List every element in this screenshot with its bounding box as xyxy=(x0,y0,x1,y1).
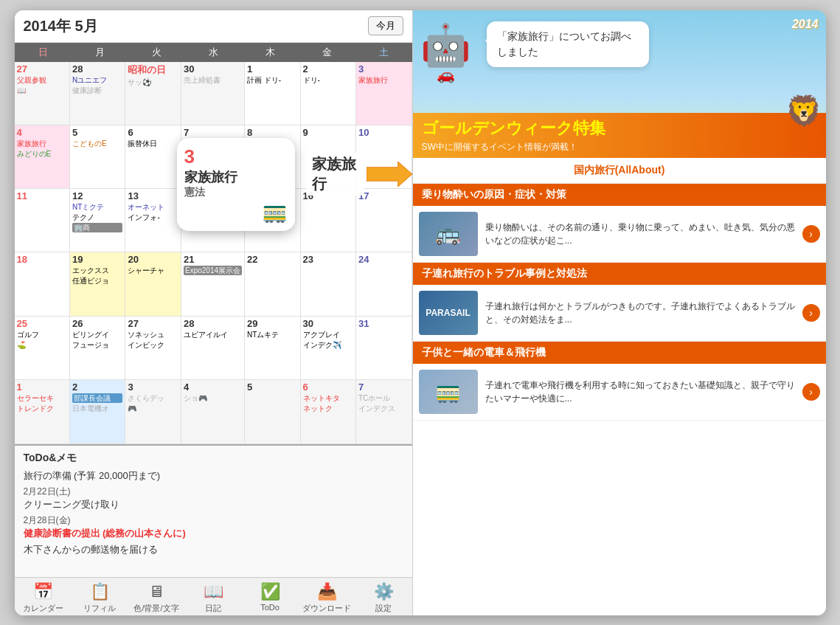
color-icon: 🖥 xyxy=(148,582,164,601)
floating-card-icon: 🚃 xyxy=(184,199,288,224)
todo-date-1: 2月22日(土) xyxy=(24,486,403,498)
table-row[interactable]: 25ゴルフ⛳ xyxy=(15,317,70,380)
article-thumb-3: 🚃 xyxy=(419,370,478,414)
table-row[interactable]: 3さくらデッ🎮 xyxy=(125,380,181,443)
article-row-3[interactable]: 🚃 子連れで電車や飛行機を利用する時に知っておきたい基礎知識と、親子で守りたいマ… xyxy=(413,364,826,421)
floating-event-card[interactable]: 3 家族旅行 憲法 🚃 xyxy=(177,138,295,231)
list-item[interactable]: 健康診断書の提出 (総務の山本さんに) xyxy=(24,527,403,540)
table-row[interactable]: 7TCホールインデクス xyxy=(356,380,412,443)
nav-item-diary[interactable]: 📖 日記 xyxy=(185,582,242,614)
bottom-nav: 📅 カレンダー 📋 リフィル 🖥 色/背景/文字 📖 日記 ✅ ToDo 📥 xyxy=(15,577,412,615)
table-row[interactable]: 31 xyxy=(356,317,412,380)
table-row[interactable]: 13オーネットインフォ- xyxy=(125,189,181,252)
table-row[interactable]: 26ビリングイフュージョ xyxy=(70,317,126,380)
year-badge: 2014 xyxy=(792,18,819,31)
nav-label-diary: 日記 xyxy=(205,603,221,614)
article-arrow-3[interactable]: › xyxy=(802,383,820,401)
download-icon: 📥 xyxy=(317,582,337,601)
article-text-2: 子連れ旅行は何かとトラブルがつきものです。子連れ旅行でよくあるトラブルと、その対… xyxy=(485,300,798,326)
calendar-header: 2014年 5月 今月 xyxy=(15,10,412,43)
arrow-icon xyxy=(367,158,412,190)
nav-item-todo[interactable]: ✅ ToDo xyxy=(242,582,299,614)
table-row[interactable]: 24 xyxy=(356,252,412,316)
table-row[interactable]: 29NTムキテ xyxy=(245,317,301,380)
table-row[interactable]: 5 xyxy=(245,380,301,443)
top-banner: 🤖 🚗 「家族旅行」についてお調べしました ゴールデンウィーク特集 SW中に開催… xyxy=(413,10,826,158)
calendar-title: 2014年 5月 xyxy=(24,16,98,36)
table-row[interactable]: 27父親参観📖 xyxy=(15,62,70,125)
nav-item-calendar[interactable]: 📅 カレンダー xyxy=(15,582,72,614)
list-item[interactable]: 旅行の準備 (予算 20,000円まで) xyxy=(24,469,403,483)
table-row[interactable]: 28Nユニエフ健康診断 xyxy=(70,62,126,125)
table-row[interactable]: 4ショ🎮 xyxy=(181,380,245,443)
table-row[interactable]: 昭和の日サッ⚽ xyxy=(125,62,181,125)
nav-label-settings: 設定 xyxy=(375,603,392,614)
table-row[interactable]: 12NTミクテテクノ🏢商 xyxy=(70,189,126,252)
floating-card-sub: 憲法 xyxy=(184,186,288,199)
article-row-1[interactable]: 🚌 乗り物酔いは、その名前の通り、乗り物に乗って、めまい、吐き気、気分の悪いなど… xyxy=(413,206,826,263)
article-header-2: 子連れ旅行のトラブル事例と対処法 xyxy=(413,263,826,285)
calendar-grid: 27父親参観📖 28Nユニエフ健康診断 昭和の日サッ⚽ 30売上締処書 1計画 … xyxy=(15,62,412,444)
table-row[interactable]: 27ソネッシュインビック xyxy=(125,317,181,380)
floating-card-title: 家族旅行 xyxy=(184,168,288,186)
app-container: 2014年 5月 今月 日 月 火 水 木 金 土 27父親参観📖 28Nユニエ… xyxy=(15,10,826,615)
table-row[interactable]: 21Expo2014展示会 xyxy=(181,252,245,316)
gw-subtitle: SW中に開催するイベント情報が満載！ xyxy=(422,141,817,153)
table-row[interactable]: 20シャーチャ xyxy=(125,252,181,316)
gw-banner: ゴールデンウィーク特集 SW中に開催するイベント情報が満載！ xyxy=(413,113,826,158)
floating-card-date: 3 xyxy=(184,145,288,168)
settings-icon: ⚙️ xyxy=(374,582,394,601)
article-row-2[interactable]: PARASAIL 子連れ旅行は何かとトラブルがつきものです。子連れ旅行でよくある… xyxy=(413,285,826,342)
table-row[interactable]: 30売上締処書 xyxy=(181,62,245,125)
article-arrow-2[interactable]: › xyxy=(802,304,820,322)
lion-icon: 🦁 xyxy=(785,94,822,128)
table-row[interactable]: 1セラーセキトレンドク xyxy=(15,380,70,443)
table-row[interactable]: 5こどものE xyxy=(70,125,126,189)
nav-label-color: 色/背景/文字 xyxy=(133,603,178,614)
article-text-3: 子連れで電車や飛行機を利用する時に知っておきたい基礎知識と、親子で守りたいマナー… xyxy=(485,379,798,405)
arrow-label: 家族旅行 xyxy=(306,153,364,196)
table-row[interactable]: 2ドリ- xyxy=(301,62,356,125)
todo-section: ToDo&メモ 旅行の準備 (予算 20,000円まで) 2月22日(土) クリ… xyxy=(15,444,412,577)
section-header: 国内旅行(AllAbout) xyxy=(413,158,826,184)
gw-title: ゴールデンウィーク特集 xyxy=(422,119,605,137)
table-row[interactable]: 22 xyxy=(245,252,301,316)
list-item[interactable]: 木下さんからの郵送物を届ける xyxy=(24,543,403,556)
article-header-1: 乗り物酔いの原因・症状・対策 xyxy=(413,184,826,206)
article-header-3: 子供と一緒の電車＆飛行機 xyxy=(413,342,826,364)
day-sat: 土 xyxy=(355,43,412,62)
table-row[interactable]: 18 xyxy=(15,252,70,316)
table-row[interactable]: 4家族旅行みどりのE xyxy=(15,125,70,189)
article-arrow-1[interactable]: › xyxy=(802,225,820,243)
table-row[interactable]: 3家族旅行 xyxy=(356,62,412,125)
day-sun: 日 xyxy=(15,43,72,62)
right-panel: 🤖 🚗 「家族旅行」についてお調べしました ゴールデンウィーク特集 SW中に開催… xyxy=(413,10,826,615)
day-thu: 木 xyxy=(242,43,299,62)
table-row[interactable]: 1計画 ドリ- xyxy=(245,62,301,125)
right-content: 国内旅行(AllAbout) 乗り物酔いの原因・症状・対策 🚌 乗り物酔いは、そ… xyxy=(413,158,826,615)
table-row[interactable]: 28ユビアイルイ xyxy=(181,317,245,380)
nav-label-calendar: カレンダー xyxy=(23,603,63,614)
list-item[interactable]: クリーニング受け取り xyxy=(24,498,403,511)
calendar-icon: 📅 xyxy=(33,582,53,601)
article-thumb-1: 🚌 xyxy=(419,212,478,256)
day-wed: 水 xyxy=(185,43,242,62)
day-tue: 火 xyxy=(128,43,185,62)
table-row[interactable]: 19エックスス任通ビジョ xyxy=(70,252,126,316)
table-row[interactable]: 6ネットキタネットク xyxy=(301,380,356,443)
table-row[interactable]: 11 xyxy=(15,189,70,252)
left-panel: 2014年 5月 今月 日 月 火 水 木 金 土 27父親参観📖 28Nユニエ… xyxy=(15,10,413,615)
today-button[interactable]: 今月 xyxy=(368,16,403,35)
table-row[interactable]: 16 xyxy=(301,189,356,252)
nav-item-refill[interactable]: 📋 リフィル xyxy=(72,582,128,614)
nav-item-download[interactable]: 📥 ダウンロード xyxy=(299,582,355,614)
table-row[interactable]: 6振替休日 xyxy=(125,125,181,189)
nav-item-settings[interactable]: ⚙️ 設定 xyxy=(355,582,412,614)
article-2: 子連れ旅行のトラブル事例と対処法 PARASAIL 子連れ旅行は何かとトラブルが… xyxy=(413,263,826,342)
table-row[interactable]: 23 xyxy=(301,252,356,316)
table-row[interactable]: 17 xyxy=(356,189,412,252)
table-row[interactable]: 2部課長会議日本電機オ xyxy=(70,380,126,443)
table-row[interactable]: 30アクブレイインデク✈️ xyxy=(301,317,356,380)
nav-item-color[interactable]: 🖥 色/背景/文字 xyxy=(128,582,185,614)
todo-header: ToDo&メモ xyxy=(24,452,403,465)
